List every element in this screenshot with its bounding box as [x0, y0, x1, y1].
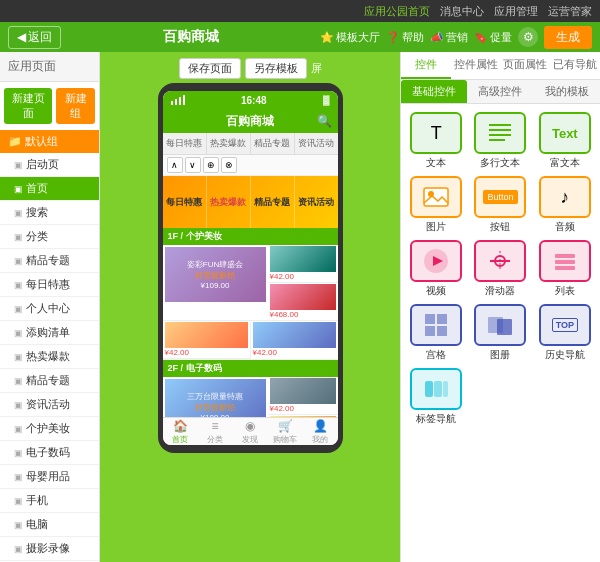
sidebar-item-6[interactable]: 个人中心	[0, 297, 99, 321]
svg-rect-4	[424, 188, 448, 206]
sidebar-item-10[interactable]: 资讯活动	[0, 393, 99, 417]
top-nav-home[interactable]: 应用公园首页	[364, 4, 430, 19]
widget-sub-tabs: 基础控件 高级控件 我的模板	[401, 80, 600, 104]
save-page-button[interactable]: 保存页面	[179, 58, 241, 79]
product-price-5: ¥42.00	[253, 348, 336, 357]
top-nav-operations[interactable]: 运营管家	[548, 4, 592, 19]
banner-premium[interactable]: 精品专题	[251, 176, 295, 228]
settings-button[interactable]: ⚙	[518, 27, 538, 47]
nav-action-marketing[interactable]: 📣 营销	[430, 30, 468, 45]
sidebar-item-0[interactable]: 启动页	[0, 153, 99, 177]
sidebar-item-15[interactable]: 电脑	[0, 513, 99, 537]
phone-tab-news[interactable]: 资讯活动	[295, 133, 338, 154]
sidebar-item-13[interactable]: 母婴用品	[0, 465, 99, 489]
widget-button[interactable]: Button按钮	[471, 176, 529, 234]
widget-slider[interactable]: 滑动器	[471, 240, 529, 298]
phone-bottom-category[interactable]: ≡ 分类	[198, 418, 233, 445]
nav-action-help[interactable]: ❓ 帮助	[386, 30, 424, 45]
phone-bottom-cart[interactable]: 🛒 购物车	[268, 418, 303, 445]
widget-label-text: 文本	[426, 156, 446, 170]
right-tab-widgets[interactable]: 控件	[401, 52, 451, 79]
sidebar-item-12[interactable]: 电子数码	[0, 441, 99, 465]
phone-header-title: 百购商城	[226, 113, 274, 130]
product-price-3: ¥468.00	[270, 310, 336, 319]
widget-label-richtext: 富文本	[550, 156, 580, 170]
product-row2-item2[interactable]: ¥42.00	[251, 321, 338, 359]
sidebar-item-3[interactable]: 分类	[0, 225, 99, 249]
svg-rect-0	[489, 124, 511, 126]
widget-text[interactable]: T文本	[407, 112, 465, 170]
phone-search-icon[interactable]: 🔍	[317, 114, 332, 128]
bottom-tab-discover-label: 发现	[242, 434, 258, 445]
phone-app-header: 百购商城 🔍	[163, 109, 338, 133]
svg-rect-22	[443, 381, 448, 397]
save-template-button[interactable]: 另存模板	[245, 58, 307, 79]
new-page-button[interactable]: 新建页面	[4, 88, 52, 124]
widget-gallery[interactable]: 图册	[471, 304, 529, 362]
right-tab-widget-props[interactable]: 控件属性	[451, 52, 501, 79]
widget-richtext[interactable]: Text富文本	[536, 112, 594, 170]
top-nav-messages[interactable]: 消息中心	[440, 4, 484, 19]
product-row-3: 三万台限量特惠 好货提新拍 ¥109.00 ¥42.00	[163, 377, 338, 417]
widget-label-tag: 标签导航	[416, 412, 456, 426]
widget-list[interactable]: 列表	[536, 240, 594, 298]
sidebar-item-11[interactable]: 个护美妆	[0, 417, 99, 441]
phone-section1-header: 1F / 个护美妆	[163, 228, 338, 245]
edit-delete-btn[interactable]: ⊗	[221, 157, 237, 173]
phone-tab-hot[interactable]: 热卖爆款	[207, 133, 251, 154]
phone-signal	[171, 95, 185, 105]
phone-bottom-profile[interactable]: 👤 我的	[303, 418, 338, 445]
sidebar-item-16[interactable]: 摄影录像	[0, 537, 99, 561]
nav-action-template[interactable]: ⭐ 模板大厅	[320, 30, 380, 45]
new-group-button[interactable]: 新建组	[56, 88, 95, 124]
widget-label-multiline: 多行文本	[480, 156, 520, 170]
right-tab-page-props[interactable]: 页面属性	[501, 52, 551, 79]
sidebar-group-default[interactable]: 📁 默认组	[0, 130, 99, 153]
widget-label-slider: 滑动器	[485, 284, 515, 298]
product-big-1[interactable]: 姿彩FUN肆盛会 好货提新拍 ¥109.00	[163, 245, 268, 320]
edit-down-btn[interactable]: ∨	[185, 157, 201, 173]
phone-bottom-nav: 🏠 首页 ≡ 分类 ◉ 发现 🛒 购物车	[163, 417, 338, 445]
product-big-2[interactable]: 三万台限量特惠 好货提新拍 ¥109.00	[163, 377, 268, 417]
sidebar-item-7[interactable]: 添购清单	[0, 321, 99, 345]
sub-tab-basic[interactable]: 基础控件	[401, 80, 467, 103]
product-small-item-2[interactable]: ¥468.00	[268, 283, 338, 320]
widget-grid[interactable]: 宫格	[407, 304, 465, 362]
phone-tab-premium[interactable]: 精品专题	[251, 133, 295, 154]
phone-bottom-home[interactable]: 🏠 首页	[163, 418, 198, 445]
sidebar-item-8[interactable]: 热卖爆款	[0, 345, 99, 369]
sub-tab-my-templates[interactable]: 我的模板	[534, 80, 600, 103]
banner-news[interactable]: 资讯活动	[295, 176, 338, 228]
sub-tab-advanced[interactable]: 高级控件	[467, 80, 533, 103]
sidebar-item-9[interactable]: 精品专题	[0, 369, 99, 393]
product-small-item-1[interactable]: ¥42.00	[268, 245, 338, 283]
back-button[interactable]: ◀ 返回	[8, 26, 61, 49]
right-tab-nav[interactable]: 已有导航	[550, 52, 600, 79]
widget-audio[interactable]: ♪音频	[536, 176, 594, 234]
nav-action-boost[interactable]: 🔖 促量	[474, 30, 512, 45]
widget-tag[interactable]: 标签导航	[407, 368, 465, 426]
sidebar-item-5[interactable]: 每日特惠	[0, 273, 99, 297]
edit-copy-btn[interactable]: ⊕	[203, 157, 219, 173]
widget-icon-multiline	[474, 112, 526, 154]
edit-up-btn[interactable]: ∧	[167, 157, 183, 173]
sidebar-item-1[interactable]: 首页	[0, 177, 99, 201]
banner-daily[interactable]: 每日特惠	[163, 176, 207, 228]
widget-video[interactable]: 视频	[407, 240, 465, 298]
sidebar-item-2[interactable]: 搜索	[0, 201, 99, 225]
phone-tab-daily[interactable]: 每日特惠	[163, 133, 207, 154]
sidebar-item-4[interactable]: 精品专题	[0, 249, 99, 273]
product-small-item-3[interactable]: ¥42.00	[268, 377, 338, 415]
sidebar-item-14[interactable]: 手机	[0, 489, 99, 513]
widget-image[interactable]: 图片	[407, 176, 465, 234]
product-row2-item1[interactable]: ¥42.00	[163, 321, 251, 359]
product-big-img-1: 姿彩FUN肆盛会 好货提新拍 ¥109.00	[165, 247, 266, 302]
generate-button[interactable]: 生成	[544, 26, 592, 49]
top-nav-bar: 应用公园首页 消息中心 应用管理 运营管家	[0, 0, 600, 22]
widget-multiline[interactable]: 多行文本	[471, 112, 529, 170]
top-nav-apps[interactable]: 应用管理	[494, 4, 538, 19]
widget-history[interactable]: TOP历史导航	[536, 304, 594, 362]
phone-bottom-discover[interactable]: ◉ 发现	[233, 418, 268, 445]
widget-label-audio: 音频	[555, 220, 575, 234]
banner-hot[interactable]: 热卖爆款	[207, 176, 251, 228]
